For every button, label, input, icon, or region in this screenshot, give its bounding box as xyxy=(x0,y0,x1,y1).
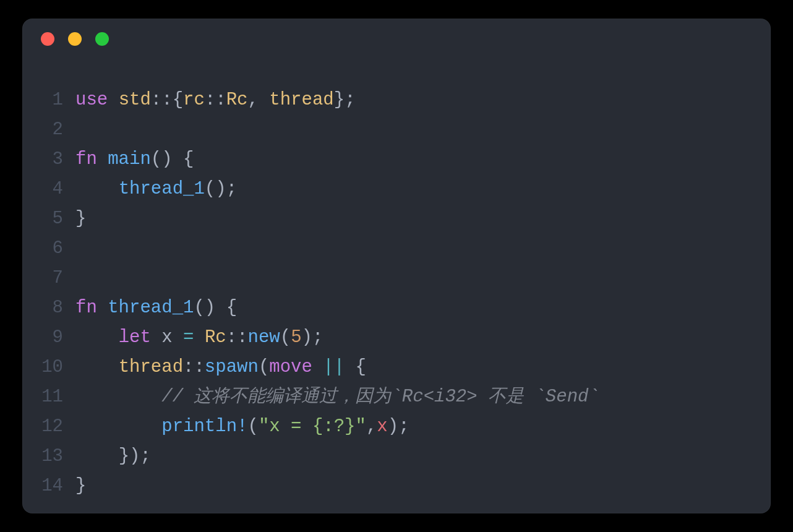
code-line: 10 thread::spawn(move || { xyxy=(22,353,771,382)
code-content: } xyxy=(75,471,771,501)
line-number: 6 xyxy=(22,234,75,264)
line-number: 14 xyxy=(22,471,75,501)
window-titlebar xyxy=(22,19,771,59)
code-line: 3 fn main() { xyxy=(22,145,771,174)
line-number: 1 xyxy=(22,85,75,115)
code-content xyxy=(75,234,771,264)
code-content: let x = Rc::new(5); xyxy=(75,323,771,353)
code-content: use std::{rc::Rc, thread}; xyxy=(75,85,771,115)
line-number: 7 xyxy=(22,264,75,293)
code-line: 5 } xyxy=(22,204,771,234)
code-line: 6 xyxy=(22,234,771,264)
line-number: 3 xyxy=(22,145,75,174)
code-content: // 这将不能编译通过，因为`Rc<i32> 不是 `Send` xyxy=(75,382,771,412)
line-number: 13 xyxy=(22,442,75,471)
line-number: 11 xyxy=(22,382,75,412)
code-line: 7 xyxy=(22,264,771,293)
line-number: 2 xyxy=(22,115,75,145)
code-content: }); xyxy=(75,442,771,471)
code-line: 1 use std::{rc::Rc, thread}; xyxy=(22,85,771,115)
code-line: 11 // 这将不能编译通过，因为`Rc<i32> 不是 `Send` xyxy=(22,382,771,412)
code-line: 12 println!("x = {:?}",x); xyxy=(22,412,771,442)
code-content xyxy=(75,264,771,293)
code-line: 13 }); xyxy=(22,442,771,471)
code-line: 8 fn thread_1() { xyxy=(22,293,771,323)
minimize-icon[interactable] xyxy=(68,32,82,46)
zoom-icon[interactable] xyxy=(95,32,109,46)
code-content xyxy=(75,115,771,145)
editor-window: 1 use std::{rc::Rc, thread}; 2 3 fn main… xyxy=(22,19,771,513)
line-number: 10 xyxy=(22,353,75,382)
code-line: 2 xyxy=(22,115,771,145)
code-line: 4 thread_1(); xyxy=(22,174,771,204)
line-number: 9 xyxy=(22,323,75,353)
close-icon[interactable] xyxy=(41,32,54,46)
code-content: thread_1(); xyxy=(75,174,771,204)
code-line: 14 } xyxy=(22,471,771,501)
code-content: fn thread_1() { xyxy=(75,293,771,323)
code-area[interactable]: 1 use std::{rc::Rc, thread}; 2 3 fn main… xyxy=(22,85,771,501)
line-number: 5 xyxy=(22,204,75,234)
line-number: 8 xyxy=(22,293,75,323)
code-content: println!("x = {:?}",x); xyxy=(75,412,771,442)
line-number: 12 xyxy=(22,412,75,442)
code-line: 9 let x = Rc::new(5); xyxy=(22,323,771,353)
code-content: fn main() { xyxy=(75,145,771,174)
line-number: 4 xyxy=(22,174,75,204)
code-content: thread::spawn(move || { xyxy=(75,353,771,382)
code-content: } xyxy=(75,204,771,234)
